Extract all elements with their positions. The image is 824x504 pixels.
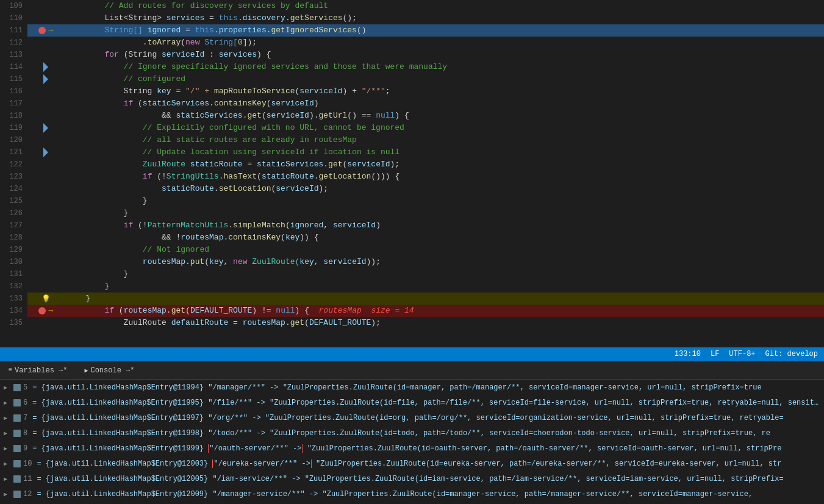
status-branch[interactable]: Git: develop (765, 350, 818, 358)
code-line-124: 124 staticRoute.setLocation(serviceId); (0, 183, 824, 195)
console-row[interactable]: ▶10= {java.util.LinkedHashMap$Entry@1200… (0, 456, 824, 471)
line-content: // all static routes are already in rout… (64, 134, 824, 146)
bookmark-icon (43, 123, 48, 133)
line-content: List<String> services = this.discovery.g… (64, 12, 824, 24)
line-number: 117 (0, 98, 27, 110)
code-line-118: 118 && staticServices.get(serviceId).get… (0, 110, 824, 122)
bookmark-icon (43, 74, 48, 84)
line-number: 130 (0, 256, 27, 268)
console-content: ▶5= {java.util.LinkedHashMap$Entry@11994… (0, 380, 824, 504)
line-content: if (staticServices.containsKey(serviceId… (64, 98, 824, 110)
bookmark-icon (43, 147, 48, 157)
line-number: 131 (0, 268, 27, 280)
console-row[interactable]: ▶12= {java.util.LinkedHashMap$Entry@1200… (0, 486, 824, 502)
expand-arrow-icon: ▶ (4, 491, 11, 498)
console-row-text: = {java.util.LinkedHashMap$Entry@12005} … (37, 475, 783, 483)
line-gutter (27, 268, 64, 280)
status-lf[interactable]: LF (711, 350, 719, 358)
expand-arrow-icon: ▶ (4, 475, 11, 483)
line-content: && !routesMap.containsKey(key)) { (64, 232, 824, 244)
line-number: 134 (0, 305, 27, 317)
line-content: } (64, 207, 824, 219)
panel-tabs: ≡ Variables →* ▶ Console →* (0, 361, 824, 380)
code-line-129: 129 // Not ignored (0, 244, 824, 256)
status-position[interactable]: 133:10 (675, 350, 701, 358)
line-content: if (!StringUtils.hasText(staticRoute.get… (64, 171, 824, 183)
code-line-112: 112 .toArray(new String[0]); (0, 37, 824, 49)
code-line-126: 126 } (0, 207, 824, 219)
line-content: staticRoute.setLocation(serviceId); (64, 183, 824, 195)
code-line-114: 114 // Ignore specifically ignored servi… (0, 61, 824, 73)
line-gutter (27, 317, 64, 329)
line-content: } (64, 280, 824, 293)
line-number: 115 (0, 73, 27, 85)
bulb-icon[interactable]: 💡 (41, 294, 51, 303)
console-row-text: = {java.util.LinkedHashMap$Entry@12003} … (37, 460, 781, 468)
line-number: 110 (0, 12, 27, 24)
line-number: 127 (0, 219, 27, 232)
code-line-109: 109 // Add routes for discovery services… (0, 0, 824, 12)
code-line-121: 121 // Update location using serviceId i… (0, 146, 824, 158)
variables-tab-label: Variables →* (15, 366, 67, 375)
console-row[interactable]: ▶9= {java.util.LinkedHashMap$Entry@11999… (0, 441, 824, 456)
variables-icon: ≡ (9, 367, 12, 374)
line-content: routesMap.put(key, new ZuulRoute(key, se… (64, 256, 824, 268)
line-number: 126 (0, 207, 27, 219)
code-line-131: 131 } (0, 268, 824, 280)
line-content: if (routesMap.get(DEFAULT_ROUTE) != null… (64, 305, 824, 317)
code-line-115: 115 // configured (0, 73, 824, 85)
console-row-num: 11 (23, 475, 32, 483)
log-icon (13, 430, 21, 437)
tab-variables[interactable]: ≡ Variables →* (5, 364, 71, 377)
line-number: 133 (0, 293, 27, 305)
console-row[interactable]: ▶6= {java.util.LinkedHashMap$Entry@11995… (0, 395, 824, 410)
line-content: // Add routes for discovery services by … (64, 0, 824, 12)
line-number: 124 (0, 183, 27, 195)
expand-arrow-icon: ▶ (4, 460, 11, 467)
line-content: // configured (64, 73, 824, 85)
tab-console[interactable]: ▶ Console →* (81, 364, 138, 377)
line-content: } (64, 195, 824, 207)
editor-area: 109 // Add routes for discovery services… (0, 0, 824, 347)
code-line-110: 110 List<String> services = this.discove… (0, 12, 824, 24)
line-gutter (27, 207, 64, 219)
expand-arrow-icon: ▶ (4, 445, 11, 452)
console-icon: ▶ (84, 367, 88, 374)
status-charset[interactable]: UTF-8+ (729, 350, 755, 358)
code-line-122: 122 ZuulRoute staticRoute = staticServic… (0, 158, 824, 171)
console-row[interactable]: ▶5= {java.util.LinkedHashMap$Entry@11994… (0, 380, 824, 395)
code-line-125: 125 } (0, 195, 824, 207)
line-gutter (27, 61, 64, 73)
log-icon (13, 460, 21, 467)
expand-arrow-icon: ▶ (4, 384, 11, 391)
console-row-num: 9 (23, 444, 27, 453)
code-line-111: 111→ String[] ignored = this.properties.… (0, 24, 824, 37)
line-content: && staticServices.get(serviceId).getUrl(… (64, 110, 824, 122)
line-gutter: → (27, 305, 64, 317)
line-gutter (27, 73, 64, 85)
expand-arrow-icon: ▶ (4, 414, 11, 422)
line-gutter (27, 219, 64, 232)
line-content: .toArray(new String[0]); (64, 37, 824, 49)
console-row-num: 6 (23, 399, 27, 407)
line-number: 125 (0, 195, 27, 207)
line-number: 128 (0, 232, 27, 244)
line-number: 111 (0, 24, 27, 37)
console-row[interactable]: ▶8= {java.util.LinkedHashMap$Entry@11998… (0, 425, 824, 441)
line-number: 114 (0, 61, 27, 73)
console-row[interactable]: ▶13= {java.util.LinkedHashMap$Entry@1201… (0, 502, 824, 504)
line-content: ZuulRoute staticRoute = staticServices.g… (64, 158, 824, 171)
code-container: 109 // Add routes for discovery services… (0, 0, 824, 347)
breakpoint-icon[interactable] (38, 307, 46, 314)
line-gutter (27, 256, 64, 268)
line-gutter (27, 12, 64, 24)
console-row[interactable]: ▶7= {java.util.LinkedHashMap$Entry@11997… (0, 410, 824, 425)
line-number: 135 (0, 317, 27, 329)
line-content: for (String serviceId : services) { (64, 49, 824, 61)
console-row-num: 5 (23, 383, 27, 392)
console-row[interactable]: ▶11= {java.util.LinkedHashMap$Entry@1200… (0, 471, 824, 486)
code-line-120: 120 // all static routes are already in … (0, 134, 824, 146)
line-content: String key = "/" + mapRouteToService(ser… (64, 85, 824, 98)
line-number: 119 (0, 122, 27, 134)
breakpoint-icon[interactable] (38, 27, 46, 34)
